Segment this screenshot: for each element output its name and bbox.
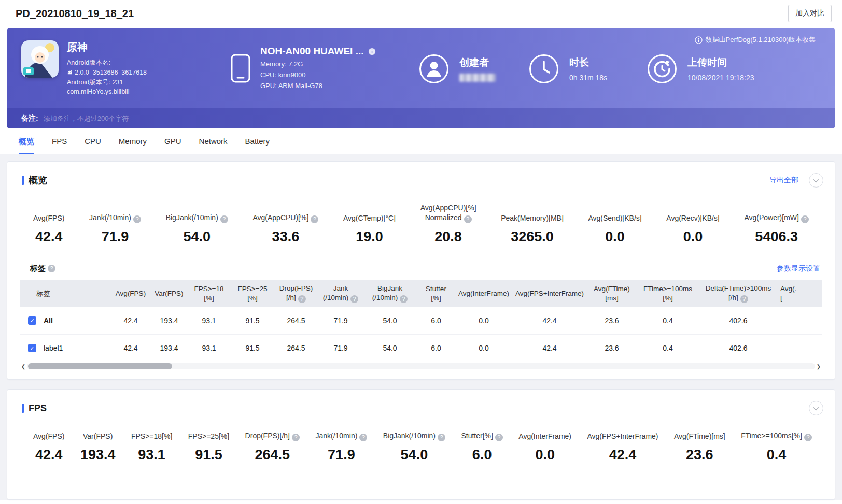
overview-card-title: 概览 (29, 174, 769, 186)
metric-fps-ge25: FPS>=25[%] 91.5 (188, 431, 229, 463)
metric-avg-fps: Avg(FPS) 42.4 (33, 431, 64, 463)
note-input[interactable]: 添加备注，不超过200个字符 (44, 113, 821, 123)
col-fps-ge18: FPS>=18[%] (187, 280, 231, 307)
phone-icon (230, 53, 251, 83)
app-name: 原神 (67, 40, 147, 54)
col-ftime-ge100: FTime>=100ms[%] (636, 280, 699, 307)
overview-card: 概览 导出全部 Avg(FPS) 42.4 Jank(/10min) 71.9 … (7, 161, 835, 380)
param-display-settings-link[interactable]: 参数显示设置 (777, 264, 820, 273)
metric-avg-recv: Avg(Recv)[KB/s] 0.0 (666, 213, 719, 245)
col-avg-fps-interframe: Avg(FPS+InterFrame) (512, 280, 587, 307)
metric-avg-interframe: Avg(InterFrame) 0.0 (518, 431, 571, 463)
device-info-icon[interactable] (368, 48, 376, 55)
content-area: 概览 导出全部 Avg(FPS) 42.4 Jank(/10min) 71.9 … (0, 154, 842, 500)
metric-avg-appcpu-normalized: Avg(AppCPU)[%] Normalized 20.8 (420, 203, 476, 245)
col-label: 标签 (20, 280, 110, 307)
android-icon (67, 70, 73, 76)
accent-bar (22, 404, 24, 413)
help-icon[interactable] (740, 295, 748, 303)
help-icon[interactable] (48, 265, 55, 272)
upload-time-section: 上传时间 10/08/2021 19:18:23 (647, 54, 754, 84)
metric-avg-fps: Avg(FPS) 42.4 (33, 213, 64, 245)
row-checkbox[interactable] (28, 316, 36, 325)
help-icon[interactable] (220, 215, 228, 223)
metric-avg-fps-interframe: Avg(FPS+InterFrame) 42.4 (587, 431, 658, 463)
col-delta-ftime: Delta(FTime)>100ms[/h] (699, 280, 777, 307)
add-to-compare-button[interactable]: 加入对比 (788, 5, 832, 22)
scrollbar-track[interactable] (27, 363, 815, 369)
device-cpu: CPU: kirin9000 (260, 70, 376, 81)
help-icon[interactable] (133, 215, 141, 223)
tab-gpu[interactable]: GPU (164, 137, 181, 154)
tab-network[interactable]: Network (199, 137, 228, 154)
help-icon[interactable] (438, 434, 445, 441)
app-icon (21, 40, 59, 78)
col-drop-fps: Drop(FPS)[/h] (274, 280, 318, 307)
creator-name-blurred (459, 74, 496, 82)
col-clipped: Avg(.[ (777, 280, 822, 307)
labels-table-wrap: 标签 Avg(FPS) Var(FPS) FPS>=18[%] FPS>=25[… (20, 280, 822, 362)
horizontal-scrollbar[interactable] (20, 363, 822, 370)
history-icon (647, 54, 677, 84)
overview-collapse-button[interactable] (809, 173, 823, 188)
fps-metrics: Avg(FPS) 42.4 Var(FPS) 193.4 FPS>=18[%] … (7, 415, 835, 499)
creator-section: 创建者 (419, 54, 529, 84)
collect-info-text: 数据由PerfDog(5.1.210300)版本收集 (706, 35, 816, 45)
app-package-name: com.miHoYo.ys.bilibili (67, 87, 147, 97)
overview-metrics: Avg(FPS) 42.4 Jank(/10min) 71.9 BigJank(… (7, 188, 835, 248)
metric-avg-send: Avg(Send)[KB/s] 0.0 (588, 213, 641, 245)
metric-jank: Jank(/10min) 71.9 (315, 431, 367, 463)
device-memory: Memory: 7.2G (260, 59, 376, 70)
chevron-down-icon (813, 405, 819, 410)
upload-info: 上传时间 10/08/2021 19:18:23 (687, 56, 754, 82)
help-icon[interactable] (292, 434, 300, 441)
col-avg-ftime: Avg(FTime)[ms] (587, 280, 636, 307)
help-icon[interactable] (311, 215, 318, 223)
help-icon[interactable] (804, 434, 812, 441)
tab-overview[interactable]: 概览 (19, 137, 34, 154)
scrollbar-thumb[interactable] (28, 363, 172, 369)
tab-fps[interactable]: FPS (52, 137, 67, 154)
table-row: label1 42.4 193.4 93.1 91.5 264.5 71.9 5… (20, 335, 822, 362)
tab-battery[interactable]: Battery (245, 137, 270, 154)
metric-bigjank: BigJank(/10min) 54.0 (166, 213, 228, 245)
export-all-link[interactable]: 导出全部 (769, 176, 798, 185)
help-icon[interactable] (298, 295, 306, 303)
collect-info: 数据由PerfDog(5.1.210300)版本收集 (695, 35, 816, 45)
banner-divider (204, 47, 204, 91)
metric-jank: Jank(/10min) 71.9 (89, 213, 141, 245)
col-var-fps: Var(FPS) (151, 280, 187, 307)
tab-cpu[interactable]: CPU (85, 137, 101, 154)
fps-collapse-button[interactable] (809, 401, 823, 415)
labels-table: 标签 Avg(FPS) Var(FPS) FPS>=18[%] FPS>=25[… (20, 280, 822, 362)
device-info: NOH-AN00 HUAWEI ... Memory: 7.2G CPU: ki… (260, 46, 376, 91)
help-icon[interactable] (801, 215, 809, 223)
tab-memory[interactable]: Memory (119, 137, 147, 154)
metric-stutter: Stutter[%] 6.0 (461, 431, 502, 463)
help-icon[interactable] (464, 215, 472, 223)
creator-label: 创建者 (459, 56, 496, 69)
col-avg-fps: Avg(FPS) (110, 280, 151, 307)
chevron-down-icon (813, 177, 819, 182)
help-icon[interactable] (495, 434, 503, 441)
metric-avg-ctemp: Avg(CTemp)[°C] 19.0 (343, 213, 396, 245)
help-icon[interactable] (350, 295, 358, 303)
table-row: All 42.4 193.4 93.1 91.5 264.5 71.9 54.0… (20, 307, 822, 335)
top-bar: PD_20210810_19_18_21 加入对比 (0, 0, 842, 27)
col-stutter: Stutter[%] (416, 280, 456, 307)
metric-bigjank: BigJank(/10min) 54.0 (383, 431, 445, 463)
metric-drop-fps: Drop(FPS)[/h] 264.5 (245, 431, 300, 463)
duration-info: 时长 0h 31m 18s (569, 56, 607, 82)
app-info: 原神 Android版本名: 2.0.0_3513686_3617618 And… (67, 40, 147, 97)
scroll-left-icon[interactable] (20, 363, 27, 369)
help-icon[interactable] (359, 434, 367, 441)
report-title: PD_20210810_19_18_21 (16, 8, 134, 20)
upload-label: 上传时间 (687, 56, 754, 69)
app-badge-icon (23, 67, 34, 75)
labels-header: 标签 参数显示设置 (7, 248, 835, 280)
duration-value: 0h 31m 18s (569, 74, 607, 82)
row-checkbox[interactable] (28, 344, 36, 352)
help-icon[interactable] (400, 295, 408, 303)
metric-fps-ge18: FPS>=18[%] 93.1 (131, 431, 172, 463)
scroll-right-icon[interactable] (815, 363, 822, 369)
